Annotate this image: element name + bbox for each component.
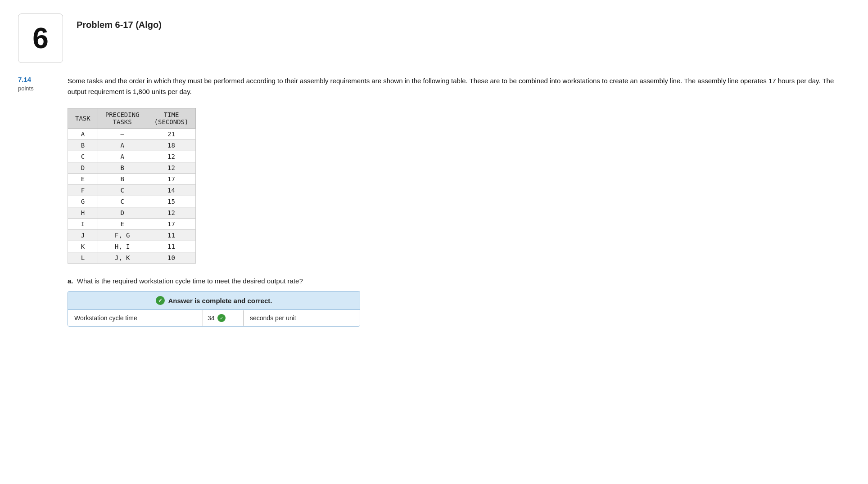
- table-row: FC14: [68, 185, 196, 196]
- question-prefix: a.: [68, 277, 73, 285]
- table-cell: E: [98, 219, 147, 230]
- table-cell: 11: [147, 241, 196, 252]
- problem-number-box: 6: [18, 13, 63, 63]
- table-cell: A: [98, 140, 147, 151]
- table-cell: F, G: [98, 230, 147, 241]
- sidebar: 7.14 points: [18, 76, 68, 336]
- table-cell: 21: [147, 129, 196, 140]
- answer-header: ✓ Answer is complete and correct.: [68, 291, 360, 310]
- table-row: GC15: [68, 196, 196, 207]
- question-section: a. What is the required workstation cycl…: [68, 277, 850, 327]
- table-cell: B: [98, 162, 147, 174]
- answer-header-text: Answer is complete and correct.: [168, 297, 272, 305]
- table-row: BA18: [68, 140, 196, 151]
- table-cell: L: [68, 252, 98, 264]
- table-cell: H, I: [98, 241, 147, 252]
- table-row: DB12: [68, 162, 196, 174]
- table-row: EB17: [68, 174, 196, 185]
- points-label: points: [18, 85, 68, 92]
- table-row: JF, G11: [68, 230, 196, 241]
- table-cell: H: [68, 207, 98, 219]
- header-section: 6 Problem 6-17 (Algo): [18, 13, 850, 63]
- table-cell: 10: [147, 252, 196, 264]
- table-cell: A: [68, 129, 98, 140]
- table-cell: D: [68, 162, 98, 174]
- points-panel: 7.14 points: [18, 76, 68, 92]
- table-cell: 11: [147, 230, 196, 241]
- col-header-time: TIME(SECONDS): [147, 108, 196, 129]
- points-score: 7.14: [18, 76, 68, 83]
- problem-description: Some tasks and the order in which they m…: [68, 76, 850, 97]
- table-cell: F: [68, 185, 98, 196]
- table-cell: 17: [147, 174, 196, 185]
- table-cell: D: [98, 207, 147, 219]
- table-cell: B: [98, 174, 147, 185]
- with-sidebar: 7.14 points Some tasks and the order in …: [18, 76, 850, 336]
- col-header-preceding: PRECEDINGTASKS: [98, 108, 147, 129]
- table-row: CA12: [68, 151, 196, 162]
- answer-box: ✓ Answer is complete and correct. Workst…: [68, 291, 360, 327]
- table-row: LJ, K10: [68, 252, 196, 264]
- table-cell: B: [68, 140, 98, 151]
- answer-value: 34: [208, 314, 215, 322]
- table-cell: C: [98, 196, 147, 207]
- table-row: IE17: [68, 219, 196, 230]
- table-cell: I: [68, 219, 98, 230]
- table-row: HD12: [68, 207, 196, 219]
- table-cell: 12: [147, 162, 196, 174]
- table-cell: K: [68, 241, 98, 252]
- col-header-task: TASK: [68, 108, 98, 129]
- check-icon-answer: ✓: [217, 314, 226, 322]
- table-cell: C: [68, 151, 98, 162]
- table-cell: 12: [147, 151, 196, 162]
- table-cell: 15: [147, 196, 196, 207]
- table-cell: 18: [147, 140, 196, 151]
- table-cell: J, K: [98, 252, 147, 264]
- table-row: A–21: [68, 129, 196, 140]
- task-table: TASK PRECEDINGTASKS TIME(SECONDS) A–21BA…: [68, 108, 196, 264]
- table-cell: E: [68, 174, 98, 185]
- table-cell: 14: [147, 185, 196, 196]
- table-cell: –: [98, 129, 147, 140]
- table-row: KH, I11: [68, 241, 196, 252]
- answer-value-cell: 34 ✓: [203, 310, 244, 326]
- problem-title: Problem 6-17 (Algo): [77, 20, 162, 30]
- answer-unit: seconds per unit: [244, 310, 303, 326]
- check-icon-header: ✓: [156, 296, 165, 305]
- answer-label: Workstation cycle time: [68, 310, 203, 326]
- table-cell: A: [98, 151, 147, 162]
- table-cell: J: [68, 230, 98, 241]
- table-cell: 17: [147, 219, 196, 230]
- table-cell: C: [98, 185, 147, 196]
- content-body: Some tasks and the order in which they m…: [68, 76, 850, 336]
- table-cell: G: [68, 196, 98, 207]
- table-cell: 12: [147, 207, 196, 219]
- problem-number: 6: [32, 22, 49, 55]
- question-text: a. What is the required workstation cycl…: [68, 277, 850, 285]
- answer-row: Workstation cycle time 34 ✓ seconds per …: [68, 310, 360, 326]
- question-body: What is the required workstation cycle t…: [77, 277, 303, 285]
